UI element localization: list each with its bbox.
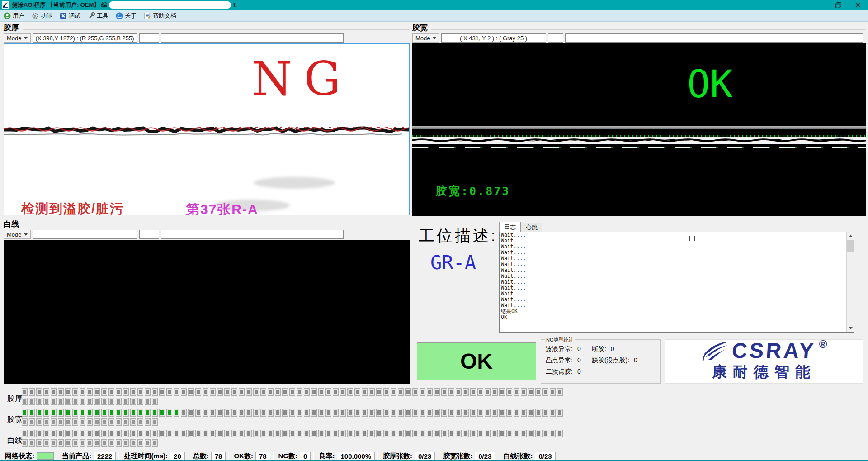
tray-cell (101, 409, 107, 417)
mode-dropdown[interactable]: Mode (4, 33, 31, 43)
tray-cell-fill (52, 399, 55, 404)
tray-cell-fill (110, 390, 113, 394)
menu-item-调试[interactable]: 调试 (60, 12, 80, 20)
tray-rows (22, 388, 563, 407)
panel-glue-thickness-header: 胶厚 (4, 23, 410, 33)
aux-field-small[interactable] (139, 33, 159, 43)
glue-thickness-image[interactable]: NG 检测到溢胶/脏污 溢胶最小面积:2538 溢胶最大面积:2538 第37张… (4, 43, 410, 215)
vendor-logo-top: CSRAY ® (701, 341, 827, 361)
statusbar-label: 良率: (319, 452, 335, 461)
menu-item-功能[interactable]: 功能 (32, 12, 52, 20)
glue-width-image[interactable]: OK 胶宽:0.873 (412, 43, 866, 216)
statusbar-label: OK数: (234, 452, 253, 461)
tray-cell (116, 439, 122, 447)
tray-cell-fill (421, 390, 424, 394)
tray-cell-fill (457, 390, 460, 394)
tray-cell-fill (74, 390, 77, 394)
tray-cell (217, 388, 223, 396)
tray-cell-fill (139, 399, 142, 404)
tray-cell (108, 430, 114, 437)
scroll-thumb[interactable] (847, 240, 854, 252)
ng-stat-value: 0 (611, 345, 621, 353)
tray-cell (72, 388, 78, 396)
tray-cell-fill (226, 410, 229, 415)
tray-cell-fill (479, 390, 482, 394)
tray-cell-fill (479, 410, 482, 415)
tray-cell (514, 430, 519, 437)
tray-cell (485, 388, 491, 396)
tray-cell (145, 430, 151, 437)
aux-field-small[interactable] (548, 33, 563, 43)
tray-cell-fill (464, 410, 467, 415)
log-line: 结果OK (500, 309, 854, 314)
tray-cell-fill (211, 431, 214, 436)
tray-cell-fill (153, 390, 156, 394)
tab-日志[interactable]: 日志 (499, 222, 521, 232)
tray-label: 白线 (7, 435, 23, 446)
tray-cell (22, 409, 28, 417)
aux-field-long[interactable] (161, 33, 344, 43)
tray-cell (137, 439, 143, 447)
chevron-down-icon (24, 37, 28, 39)
aux-field-small[interactable] (139, 230, 159, 239)
tab-心跳[interactable]: 心跳 (521, 223, 542, 232)
statusbar-value: 0/23 (535, 452, 555, 461)
menu-item-用户[interactable]: 用户 (4, 12, 24, 20)
tray-cell (195, 430, 201, 437)
white-line-image[interactable] (4, 240, 410, 384)
minimize-button[interactable] (808, 0, 828, 10)
scroll-up-button[interactable] (847, 232, 854, 240)
panel-white-line-toolbar: Mode (4, 229, 410, 240)
tray-cell-fill (226, 431, 229, 436)
statusbar-value: 78 (211, 452, 226, 461)
pixel-readout[interactable] (33, 230, 137, 239)
tray-cell (72, 439, 78, 447)
tray-cell-fill (428, 390, 431, 394)
tray-cell (152, 418, 158, 426)
tray-cell (434, 388, 440, 396)
log-line: Wait.... (500, 250, 854, 256)
log-scrollbar[interactable] (846, 232, 854, 332)
tray-cell-fill (522, 431, 525, 436)
mode-dropdown[interactable]: Mode (412, 33, 439, 43)
tray-cell-fill (370, 390, 373, 394)
tray-cell-fill (226, 390, 229, 394)
tray-cell-fill (66, 441, 70, 445)
log-list[interactable]: Wait....Wait....Wait....Wait....Wait....… (499, 232, 854, 333)
tray-cell-fill (30, 390, 33, 394)
tray-cell (535, 409, 541, 417)
tray-cell-fill (110, 410, 113, 415)
tray-cell-fill (103, 431, 106, 436)
tray-row-secondary (22, 398, 563, 405)
tray-cell-fill (110, 420, 113, 424)
close-button[interactable] (848, 0, 868, 10)
log-line: Wait.... (500, 244, 854, 250)
restore-button[interactable] (828, 0, 848, 10)
glue-width-trace (412, 126, 866, 148)
menu-item-label: 工具 (97, 12, 108, 20)
tray-cell (304, 409, 310, 417)
tray-cell-fill (117, 420, 120, 424)
tray-cell-fill (81, 441, 84, 445)
aux-field-long[interactable] (565, 33, 863, 43)
menu-item-工具[interactable]: 工具 (88, 12, 108, 20)
tray-cell (116, 398, 122, 405)
mode-dropdown[interactable]: Mode (4, 230, 31, 239)
tray-cell (441, 409, 447, 417)
pixel-readout[interactable]: ( X 431, Y 2 ) : ( Gray 25 ) (441, 33, 546, 43)
tray-cell (456, 409, 462, 417)
tray-cell (203, 430, 208, 437)
tray-cell-fill (349, 431, 352, 436)
overall-result-button[interactable]: OK (417, 342, 536, 380)
aux-field-long[interactable] (161, 230, 344, 239)
menu-item-帮助文档[interactable]: 帮助文档 (144, 12, 176, 20)
tray-cell-fill (132, 410, 135, 415)
menu-item-关于[interactable]: 关于 (116, 12, 137, 20)
trace-dash-line (412, 147, 866, 148)
pixel-readout[interactable]: (X 398,Y 1272) : (R 255,G 255,B 255) (33, 33, 137, 43)
tray-cell-fill (414, 431, 417, 436)
tray-cell (94, 439, 100, 447)
log-checkbox[interactable] (689, 236, 695, 241)
scroll-down-button[interactable] (847, 324, 854, 332)
tray-cell (289, 430, 295, 437)
